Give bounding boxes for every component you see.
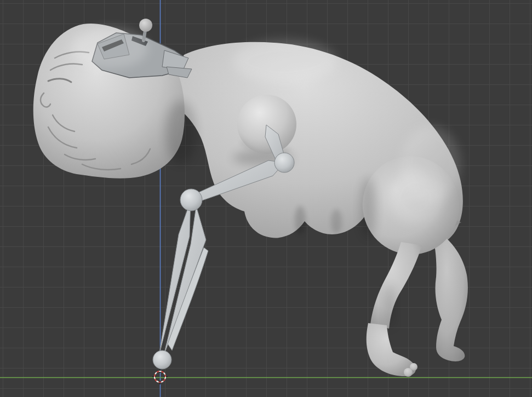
toe-mesh (410, 363, 417, 371)
blender-3d-viewport[interactable] (0, 0, 532, 397)
joint-elbow-sphere[interactable] (180, 189, 202, 211)
joint-wrist-sphere[interactable] (153, 350, 171, 369)
chest-sphere-mesh (237, 95, 296, 154)
joint-shoulder-sphere[interactable] (274, 153, 294, 172)
antenna-ball-mesh (139, 19, 152, 32)
viewport-canvas[interactable] (0, 0, 532, 397)
